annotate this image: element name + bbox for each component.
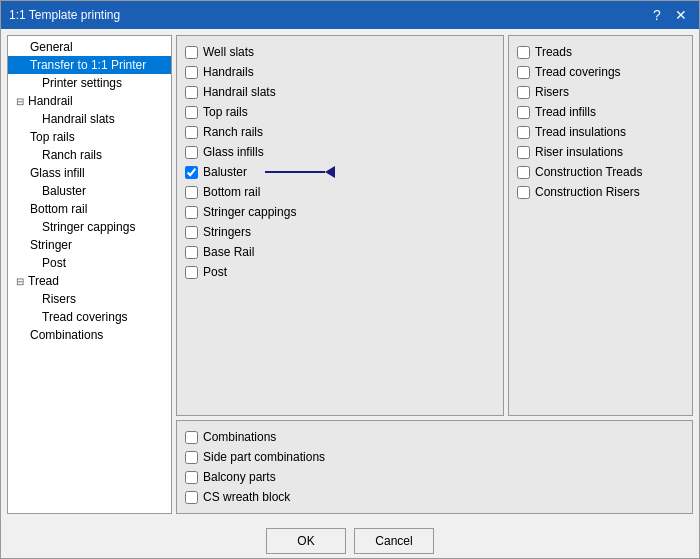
checkbox-label-ranch-rails: Ranch rails bbox=[203, 125, 263, 139]
checkbox-label-cs-wreath-block: CS wreath block bbox=[203, 490, 290, 504]
checkbox-top-rails[interactable] bbox=[185, 106, 198, 119]
tree-item-baluster[interactable]: Baluster bbox=[8, 182, 171, 200]
tree-item-handrail-slats[interactable]: Handrail slats bbox=[8, 110, 171, 128]
left-checkbox-row-well-slats: Well slats bbox=[185, 44, 495, 60]
left-checkbox-row-ranch-rails: Ranch rails bbox=[185, 124, 495, 140]
right-checkbox-row-riser-insulations: Riser insulations bbox=[517, 144, 684, 160]
checkbox-label-baluster: Baluster bbox=[203, 165, 247, 179]
tree-item-transfer[interactable]: Transfer to 1:1 Printer bbox=[8, 56, 171, 74]
checkbox-label-risers: Risers bbox=[535, 85, 569, 99]
checkbox-label-handrails: Handrails bbox=[203, 65, 254, 79]
checkbox-stringer-cappings[interactable] bbox=[185, 206, 198, 219]
tree-item-handrail[interactable]: ⊟Handrail bbox=[8, 92, 171, 110]
tree-item-label: Stringer cappings bbox=[42, 220, 135, 234]
tree-item-stringer[interactable]: Stringer bbox=[8, 236, 171, 254]
tree-item-label: Post bbox=[42, 256, 66, 270]
tree-item-label: General bbox=[30, 40, 73, 54]
tree-panel: GeneralTransfer to 1:1 PrinterPrinter se… bbox=[7, 35, 172, 514]
left-checkbox-group: Well slatsHandrailsHandrail slatsTop rai… bbox=[176, 35, 504, 416]
window-title: 1:1 Template printing bbox=[9, 8, 120, 22]
tree-item-label: Baluster bbox=[42, 184, 86, 198]
checkbox-construction-treads[interactable] bbox=[517, 166, 530, 179]
tree-item-glass-infill[interactable]: Glass infill bbox=[8, 164, 171, 182]
checkbox-side-part-combinations[interactable] bbox=[185, 451, 198, 464]
close-button[interactable]: ✕ bbox=[671, 5, 691, 25]
tree-item-tread[interactable]: ⊟Tread bbox=[8, 272, 171, 290]
checkbox-label-base-rail: Base Rail bbox=[203, 245, 254, 259]
checkbox-base-rail[interactable] bbox=[185, 246, 198, 259]
tree-item-risers[interactable]: Risers bbox=[8, 290, 171, 308]
expand-icon: ⊟ bbox=[16, 96, 26, 107]
checkbox-tread-infills[interactable] bbox=[517, 106, 530, 119]
checkbox-riser-insulations[interactable] bbox=[517, 146, 530, 159]
cancel-button[interactable]: Cancel bbox=[354, 528, 434, 554]
tree-item-ranch-rails[interactable]: Ranch rails bbox=[8, 146, 171, 164]
checkboxes-row: Well slatsHandrailsHandrail slatsTop rai… bbox=[176, 35, 693, 416]
tree-item-post[interactable]: Post bbox=[8, 254, 171, 272]
bottom-checkbox-row-side-part-combinations: Side part combinations bbox=[185, 449, 684, 465]
checkbox-cs-wreath-block[interactable] bbox=[185, 491, 198, 504]
tree-item-combinations[interactable]: Combinations bbox=[8, 326, 171, 344]
tree-item-label: Bottom rail bbox=[30, 202, 87, 216]
checkbox-balcony-parts[interactable] bbox=[185, 471, 198, 484]
title-bar: 1:1 Template printing ? ✕ bbox=[1, 1, 699, 29]
checkbox-tread-coverings[interactable] bbox=[517, 66, 530, 79]
right-checkbox-row-construction-risers: Construction Risers bbox=[517, 184, 684, 200]
tree-item-label: Combinations bbox=[30, 328, 103, 342]
checkbox-label-tread-coverings: Tread coverings bbox=[535, 65, 621, 79]
checkbox-label-post: Post bbox=[203, 265, 227, 279]
checkbox-bottom-rail[interactable] bbox=[185, 186, 198, 199]
bottom-checkbox-row-combinations: Combinations bbox=[185, 429, 684, 445]
tree-item-bottom-rail[interactable]: Bottom rail bbox=[8, 200, 171, 218]
checkbox-label-riser-insulations: Riser insulations bbox=[535, 145, 623, 159]
tree-item-label: Tread bbox=[28, 274, 59, 288]
ok-button[interactable]: OK bbox=[266, 528, 346, 554]
bottom-checkbox-group: CombinationsSide part combinationsBalcon… bbox=[176, 420, 693, 514]
checkbox-construction-risers[interactable] bbox=[517, 186, 530, 199]
tree-item-stringer-cappings[interactable]: Stringer cappings bbox=[8, 218, 171, 236]
tree-item-label: Handrail bbox=[28, 94, 73, 108]
tree-item-general[interactable]: General bbox=[8, 38, 171, 56]
right-checkbox-row-construction-treads: Construction Treads bbox=[517, 164, 684, 180]
left-checkbox-row-post: Post bbox=[185, 264, 495, 280]
expand-icon: ⊟ bbox=[16, 276, 26, 287]
checkbox-post[interactable] bbox=[185, 266, 198, 279]
tree-item-printer-settings[interactable]: Printer settings bbox=[8, 74, 171, 92]
help-button[interactable]: ? bbox=[647, 5, 667, 25]
left-checkbox-row-stringers: Stringers bbox=[185, 224, 495, 240]
tree-item-tread-coverings[interactable]: Tread coverings bbox=[8, 308, 171, 326]
tree-item-label: Ranch rails bbox=[42, 148, 102, 162]
left-checkbox-row-handrails: Handrails bbox=[185, 64, 495, 80]
left-checkbox-row-stringer-cappings: Stringer cappings bbox=[185, 204, 495, 220]
checkbox-treads[interactable] bbox=[517, 46, 530, 59]
bottom-checkbox-row-cs-wreath-block: CS wreath block bbox=[185, 489, 684, 505]
checkbox-risers[interactable] bbox=[517, 86, 530, 99]
checkbox-label-stringer-cappings: Stringer cappings bbox=[203, 205, 296, 219]
checkbox-glass-infills[interactable] bbox=[185, 146, 198, 159]
right-checkbox-row-risers: Risers bbox=[517, 84, 684, 100]
tree-item-label: Handrail slats bbox=[42, 112, 115, 126]
checkbox-label-tread-insulations: Tread insulations bbox=[535, 125, 626, 139]
checkbox-ranch-rails[interactable] bbox=[185, 126, 198, 139]
tree-item-label: Printer settings bbox=[42, 76, 122, 90]
checkbox-baluster[interactable] bbox=[185, 166, 198, 179]
bottom-checkbox-row-balcony-parts: Balcony parts bbox=[185, 469, 684, 485]
left-checkbox-row-top-rails: Top rails bbox=[185, 104, 495, 120]
left-checkbox-row-handrail-slats: Handrail slats bbox=[185, 84, 495, 100]
tree-item-label: Glass infill bbox=[30, 166, 85, 180]
checkbox-tread-insulations[interactable] bbox=[517, 126, 530, 139]
checkbox-label-stringers: Stringers bbox=[203, 225, 251, 239]
checkbox-well-slats[interactable] bbox=[185, 46, 198, 59]
checkbox-handrail-slats[interactable] bbox=[185, 86, 198, 99]
main-content: GeneralTransfer to 1:1 PrinterPrinter se… bbox=[1, 29, 699, 520]
checkbox-handrails[interactable] bbox=[185, 66, 198, 79]
tree-item-label: Transfer to 1:1 Printer bbox=[30, 58, 146, 72]
checkbox-stringers[interactable] bbox=[185, 226, 198, 239]
checkbox-label-well-slats: Well slats bbox=[203, 45, 254, 59]
right-checkbox-row-tread-insulations: Tread insulations bbox=[517, 124, 684, 140]
left-checkbox-row-base-rail: Base Rail bbox=[185, 244, 495, 260]
tree-item-label: Stringer bbox=[30, 238, 72, 252]
checkbox-combinations[interactable] bbox=[185, 431, 198, 444]
checkbox-label-construction-risers: Construction Risers bbox=[535, 185, 640, 199]
tree-item-top-rails[interactable]: Top rails bbox=[8, 128, 171, 146]
